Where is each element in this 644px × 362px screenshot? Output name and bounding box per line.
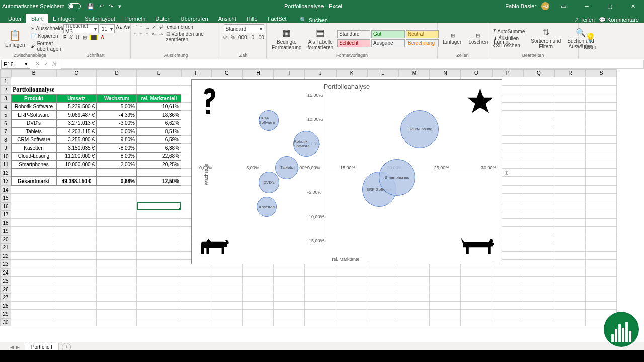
- cell[interactable]: [554, 243, 586, 252]
- cell[interactable]: [274, 293, 305, 302]
- col-header[interactable]: R: [554, 69, 586, 77]
- cell[interactable]: [523, 302, 554, 310]
- cell[interactable]: [554, 86, 586, 95]
- cell[interactable]: 8,51%: [137, 127, 181, 136]
- align-top-icon[interactable]: ⎴: [134, 24, 137, 30]
- col-header[interactable]: F: [181, 69, 211, 77]
- font-grow-icon[interactable]: A▴: [116, 24, 122, 33]
- cell[interactable]: [56, 86, 97, 95]
- cell[interactable]: [554, 186, 586, 194]
- cell[interactable]: [336, 318, 367, 327]
- cell[interactable]: [492, 318, 523, 327]
- cell[interactable]: [274, 302, 305, 310]
- cell[interactable]: [523, 103, 554, 111]
- cell[interactable]: [336, 302, 367, 310]
- cell[interactable]: [554, 94, 586, 103]
- sheet-nav-icon[interactable]: ◀ ▶: [10, 344, 20, 350]
- cell[interactable]: [97, 219, 137, 227]
- cell[interactable]: 10.000.000 €: [56, 160, 97, 169]
- row-header[interactable]: 10: [0, 152, 11, 161]
- cell[interactable]: [56, 310, 97, 318]
- cell[interactable]: [523, 144, 554, 152]
- tab-ansicht[interactable]: Ansicht: [213, 14, 242, 23]
- cell[interactable]: [554, 219, 586, 227]
- row-header[interactable]: 15: [0, 194, 11, 202]
- cell[interactable]: [305, 277, 336, 285]
- cell[interactable]: -8,00%: [97, 144, 137, 152]
- tab-factset[interactable]: FactSet: [263, 14, 292, 23]
- cell[interactable]: [11, 235, 56, 244]
- cell[interactable]: [523, 136, 554, 144]
- cell[interactable]: [97, 77, 137, 86]
- col-header[interactable]: H: [243, 69, 274, 77]
- cell[interactable]: 8,00%: [97, 152, 137, 161]
- tab-hilfe[interactable]: Hilfe: [242, 14, 263, 23]
- cell[interactable]: [56, 227, 97, 235]
- row-header[interactable]: 30: [0, 318, 11, 327]
- cell[interactable]: [430, 293, 461, 302]
- cell[interactable]: [554, 293, 586, 302]
- insert-cells-button[interactable]: ⊞Einfügen: [441, 32, 464, 46]
- cell[interactable]: [586, 127, 617, 136]
- row-header[interactable]: 29: [0, 310, 11, 318]
- cell[interactable]: [554, 169, 586, 177]
- bubble-dvds[interactable]: DVD's: [259, 172, 279, 193]
- cell[interactable]: [56, 252, 97, 260]
- col-header[interactable]: O: [461, 69, 492, 77]
- cell[interactable]: [461, 318, 492, 327]
- redo-icon[interactable]: ↷: [109, 3, 113, 10]
- maximize-icon[interactable]: ▢: [601, 3, 619, 10]
- cell[interactable]: [97, 227, 137, 235]
- col-header[interactable]: M: [398, 69, 430, 77]
- cell[interactable]: [97, 235, 137, 244]
- cell[interactable]: [97, 310, 137, 318]
- cell[interactable]: [243, 293, 274, 302]
- cell[interactable]: [554, 144, 586, 152]
- cell[interactable]: [97, 252, 137, 260]
- cell[interactable]: [586, 260, 617, 268]
- cell[interactable]: [523, 77, 554, 86]
- align-center-icon[interactable]: ≡: [140, 31, 143, 42]
- cell[interactable]: [211, 318, 243, 327]
- cell[interactable]: [586, 77, 617, 86]
- cell[interactable]: [137, 227, 181, 235]
- cell[interactable]: 6,38%: [137, 144, 181, 152]
- cell[interactable]: [586, 152, 617, 161]
- row-header[interactable]: 21: [0, 243, 11, 252]
- cell[interactable]: [554, 194, 586, 202]
- cell[interactable]: [243, 310, 274, 318]
- clear-button[interactable]: ⌫ Löschen: [491, 42, 527, 49]
- cell[interactable]: [11, 252, 56, 260]
- cell[interactable]: [586, 94, 617, 103]
- cell[interactable]: [181, 277, 211, 285]
- cell[interactable]: [11, 310, 56, 318]
- cell[interactable]: [56, 243, 97, 252]
- cell[interactable]: [586, 169, 617, 177]
- cell[interactable]: 0,00%: [97, 127, 137, 136]
- cell[interactable]: [367, 318, 398, 327]
- cell[interactable]: [56, 210, 97, 219]
- cell[interactable]: DVD's: [11, 119, 56, 128]
- col-header[interactable]: B: [11, 69, 56, 77]
- cell[interactable]: [56, 186, 97, 194]
- cell[interactable]: [11, 277, 56, 285]
- cell[interactable]: [586, 103, 617, 111]
- dec-dec-icon[interactable]: .00: [257, 35, 264, 40]
- row-header[interactable]: 19: [0, 227, 11, 235]
- cell[interactable]: [523, 268, 554, 277]
- cell[interactable]: [523, 235, 554, 244]
- cell[interactable]: [137, 302, 181, 310]
- cell[interactable]: [367, 310, 398, 318]
- cell[interactable]: [367, 285, 398, 294]
- cell[interactable]: [181, 268, 211, 277]
- cell[interactable]: [336, 310, 367, 318]
- row-header[interactable]: 16: [0, 202, 11, 211]
- row-header[interactable]: 8: [0, 136, 11, 144]
- wrap-text-button[interactable]: ↲ Textumbruch: [159, 24, 193, 30]
- col-header[interactable]: D: [97, 69, 137, 77]
- cell[interactable]: [523, 186, 554, 194]
- cell[interactable]: 3.255.000 €: [56, 136, 97, 144]
- col-header[interactable]: E: [137, 69, 181, 77]
- cell[interactable]: [97, 194, 137, 202]
- cell[interactable]: [211, 277, 243, 285]
